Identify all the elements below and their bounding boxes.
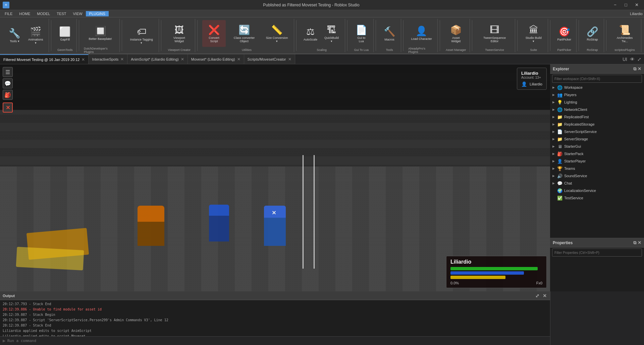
archimedes-button[interactable]: 📜 Archimedes Tw... (611, 20, 638, 47)
asset-widget-button[interactable]: 📦 Asset Widget (445, 20, 467, 47)
chat-label: Chat (564, 181, 643, 185)
eye-button[interactable]: 👁 (629, 56, 635, 63)
expand-button[interactable]: ⤢ (637, 56, 642, 63)
tree-item-serverstorage[interactable]: ▶ 📁 ServerStorage (550, 135, 644, 143)
hamburger-menu-button[interactable]: ☰ (3, 67, 13, 77)
starterpack-icon: 🎒 (557, 151, 563, 156)
viewport[interactable]: ✕ ☰ 💬 🎒 ✕ Liliardio Account: 13+ 👤 Lilia… (0, 64, 550, 291)
output-close-button[interactable]: ✕ (542, 292, 547, 299)
explorer-undock-button[interactable]: ⧉ (633, 66, 636, 72)
bag-button[interactable]: 🎒 (3, 90, 13, 100)
properties-filter-input[interactable] (552, 249, 642, 257)
chat-button[interactable]: 💬 (3, 78, 13, 88)
menu-file[interactable]: FILE (1, 11, 16, 16)
quickbuild-button[interactable]: 🏗 QuickBuild ▾ (321, 20, 342, 47)
studio-build-button[interactable]: 🏛 Studio Build ▾ (522, 20, 545, 47)
tab-0[interactable]: Filtered Moveset Testing @ 16 Jan 2019 2… (0, 54, 89, 64)
instance-tagging-label: Instance Tagging ▾ (129, 38, 153, 45)
serverscriptservice-icon: 📄 (557, 129, 563, 134)
maximize-button[interactable]: □ (621, 1, 631, 9)
tree-item-starterpack[interactable]: ▶ 🎒 StarterPack (550, 150, 644, 157)
tree-item-serverscriptservice[interactable]: ▶ 📄 ServerScriptService (550, 128, 644, 135)
tree-item-replicatedfirst[interactable]: ▶ 📁 ReplicatedFirst (550, 113, 644, 121)
guitolua-button[interactable]: 📄 Gui to Lua (352, 20, 371, 47)
tree-item-startergui[interactable]: ▶ 🖥 StarterGui (550, 143, 644, 150)
explorer-close-button[interactable]: ✕ (638, 66, 641, 72)
menu-home[interactable]: HOME (16, 11, 34, 16)
tab-2[interactable]: AnimScript* (Liliardio Editing) ✕ (127, 54, 187, 64)
instance-tagging-button[interactable]: 🏷 Instance Tagging ▾ (127, 22, 156, 49)
soundservice-label: SoundService (564, 174, 643, 178)
gapfill-button[interactable]: ⬜ GapFill (56, 20, 74, 47)
output-line-1: 20:12:39.086 - Unable to find module for… (3, 307, 547, 312)
output-expand-button[interactable]: ⤢ (535, 292, 540, 299)
rostrap-label: RoStrap (587, 38, 598, 41)
tab-1[interactable]: InteractiveSpots ✕ (89, 54, 127, 64)
tree-item-teams[interactable]: ▶ 🏆 Teams (550, 165, 644, 172)
tree-item-lighting[interactable]: ▶ 💡 Lighting (550, 98, 644, 106)
tab-3-close[interactable]: ✕ (237, 57, 240, 62)
partpicker-buttons: 🎯 PartPicker (555, 19, 574, 48)
tab-4-close[interactable]: ✕ (288, 57, 291, 62)
tab-0-close[interactable]: ✕ (82, 57, 85, 62)
studio-build-label: Studio Build ▾ (525, 36, 542, 43)
properties-title: Properties (553, 240, 573, 245)
close-button[interactable]: ✕ (632, 1, 641, 9)
tree-item-localization[interactable]: 🌍 LocalizationService (550, 187, 644, 194)
animations-button[interactable]: 🎬 Animations ▾ (25, 22, 46, 49)
networkclient-arrow: ▶ (551, 108, 555, 111)
tree-item-players[interactable]: ▶ 👥 Players (550, 91, 644, 98)
menu-test[interactable]: TEST (53, 11, 69, 16)
size-conversion-button[interactable]: 📏 Size Conversion ▾ (263, 20, 291, 47)
tree-item-testservice[interactable]: ✅ TestService (550, 194, 644, 202)
tree-item-networkclient[interactable]: ▶ 🌐 NetworkClient (550, 106, 644, 113)
class-converter-button[interactable]: 🔄 Class converter Object (227, 20, 261, 47)
macros-icon: 🔨 (384, 26, 395, 37)
load-character-button[interactable]: 👤 Load Character (409, 19, 435, 46)
separator-4 (161, 20, 161, 51)
properties-undock-button[interactable]: ⧉ (633, 240, 636, 246)
better-baseplate-button[interactable]: 🔲 Better Baseplate! (86, 19, 114, 46)
tree-item-starterplayer[interactable]: ▶ 👤 StarterPlayer (550, 157, 644, 165)
viewport-creator-label: Viewport Creator (168, 48, 191, 52)
localization-icon: 🌍 (557, 188, 563, 193)
viewport-widget-button[interactable]: 🖼 Viewport Widget (166, 20, 192, 47)
scaling-buttons: ⚖ AutoScale 🏗 QuickBuild ▾ (301, 19, 342, 48)
macros-button[interactable]: 🔨 Macros (380, 20, 399, 47)
partpicker-button[interactable]: 🎯 PartPicker (555, 20, 574, 47)
tab-0-label: Filtered Moveset Testing @ 16 Jan 2019 2… (3, 58, 79, 62)
menu-plugins[interactable]: PLUGINS (86, 11, 109, 16)
menu-model[interactable]: MODEL (34, 11, 53, 16)
account-info-display: Account: 13+ (521, 76, 542, 79)
players-icon: 👥 (557, 92, 563, 97)
tween-editor-button[interactable]: 🎞 TweenSequence Editor (477, 20, 512, 47)
tools-button[interactable]: 🔧 Tools ▾ (5, 22, 24, 49)
properties-close-button[interactable]: ✕ (638, 240, 641, 246)
close-badge[interactable]: ✕ (3, 102, 13, 113)
menu-view[interactable]: VIEW (69, 11, 86, 16)
minimize-button[interactable]: − (610, 1, 620, 9)
explorer-filter-input[interactable] (552, 75, 642, 83)
tab-3[interactable]: Moveset* (Liliardio Editing) ✕ (188, 54, 244, 64)
networkclient-icon: 🌐 (557, 107, 563, 112)
tree-item-workspace[interactable]: ▶ 🌐 Workspace (550, 84, 644, 91)
tree-item-chat[interactable]: ▶ 💬 Chat (550, 180, 644, 187)
tab-4[interactable]: Scripts/MovesetCreator ✕ (244, 54, 295, 64)
teams-arrow: ▶ (551, 167, 555, 170)
loadchar-buttons: 👤 Load Character (409, 19, 435, 46)
tab-1-close[interactable]: ✕ (120, 57, 124, 62)
autoscale-button[interactable]: ⚖ AutoScale (301, 20, 320, 47)
ribbon-group-studio: 🏛 Studio Build ▾ Suite (520, 19, 548, 52)
rostrap-button[interactable]: 🔗 RoStrap (583, 20, 602, 47)
viewport-widget-icon: 🖼 (174, 24, 184, 36)
convert-script-button[interactable]: ❌ Convert Script (202, 20, 226, 47)
tween-editor-label: TweenSequence Editor (480, 36, 509, 43)
tree-item-soundservice[interactable]: ▶ 🔊 SoundService (550, 172, 644, 180)
startergui-label: StarterGui (564, 144, 643, 148)
ui-toggle-button[interactable]: UI (622, 56, 628, 63)
lighting-label: Lighting (564, 100, 643, 104)
command-input[interactable] (7, 339, 547, 343)
tab-2-close[interactable]: ✕ (181, 57, 184, 62)
tree-item-replicatedstorage[interactable]: ▶ 📁 ReplicatedStorage (550, 121, 644, 128)
output-content[interactable]: 20:12:37.793 - Stack End 20:12:39.086 - … (0, 300, 550, 336)
